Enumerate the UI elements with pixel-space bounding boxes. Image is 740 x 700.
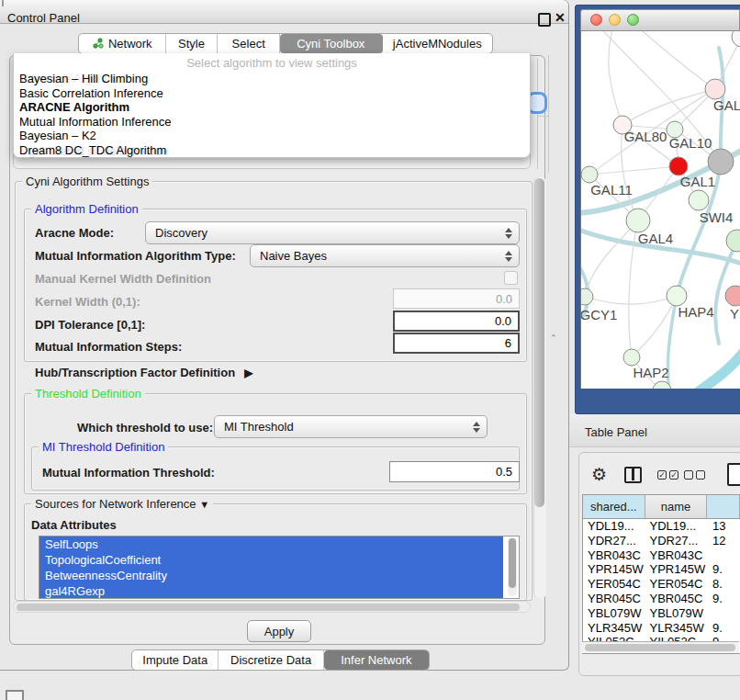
node-attribute-table[interactable]: shared...name YDL19... YDL19... 13 YDR27… [582,494,740,654]
tab-label: Cyni Toolbox [297,37,364,51]
algorithm-option-mutual-information-inference[interactable]: Mutual Information Inference [14,115,530,130]
settings-vertical-scrollbar-thumb[interactable] [534,178,544,507]
dpi-tolerance-label: DPI Tolerance [0,1]: [35,318,145,332]
table-column-header[interactable]: shared... [583,495,645,518]
data-attribute-item[interactable]: TopologicalCoefficient [39,552,503,568]
algorithm-option-basic-correlation-inference[interactable]: Basic Correlation Inference [14,86,530,101]
table-row[interactable]: YBR043C YBR043C [583,548,740,563]
which-threshold-combobox[interactable]: MI Threshold [214,415,488,438]
network-node-hap2[interactable] [623,349,640,366]
network-node-gal11[interactable] [581,166,598,183]
checked-checkbox-icon[interactable]: ✓ [657,470,667,480]
gear-icon[interactable]: ⚙ [591,464,607,484]
table-row[interactable]: YPR145W YPR145W 9. [583,562,740,577]
mi-steps-field[interactable]: 6 [393,333,520,354]
mi-steps-label: Mutual Information Steps: [35,340,182,354]
table-column-header[interactable] [707,495,740,518]
node-label-hap4: HAP4 [678,304,713,320]
table-cell: YBR045C [583,592,645,606]
table-cell: YDR27... [645,534,708,548]
panel-divider-grip[interactable]: ⌃ [550,333,557,343]
network-canvas[interactable]: GALGAL80GAL10GAL1GAL11SWI4GAL4GCY1HAP4YH… [580,31,740,389]
tab-select[interactable]: Select [218,34,280,53]
collapse-down-icon[interactable]: ▼ [199,499,209,510]
algorithm-option-dream8-dc-tdc-algorithm[interactable]: Dream8 DC_TDC Algorithm [14,143,530,158]
manual-kernel-checkbox[interactable] [504,271,518,285]
table-row[interactable]: YBR045C YBR045C 9. [583,592,740,606]
which-threshold-label: Which threshold to use: [77,421,213,435]
network-node-swi4[interactable] [689,190,709,210]
aracne-mode-combobox[interactable]: Discovery [145,221,520,244]
network-node-gcy1[interactable] [581,288,593,305]
data-attribute-item[interactable]: gal4RGexp [39,583,503,599]
split-columns-icon[interactable] [624,467,642,483]
network-node-gal[interactable] [705,79,725,99]
tab-infer-network[interactable]: Infer Network [324,650,429,670]
dpi-tolerance-field[interactable]: 0.0 [393,310,520,332]
network-window-titlebar[interactable] [580,9,740,31]
table-cell: YBL079W [583,606,645,621]
tab-style[interactable]: Style [166,34,219,53]
checked-checkbox-icon[interactable]: ✓ [669,470,678,480]
zoom-traffic-light[interactable] [627,14,639,26]
background-groupbox-line [537,116,549,117]
algorithm-option-bayesian-hill-climbing[interactable]: Bayesian – Hill Climbing [14,72,530,86]
mi-algorithm-type-combobox[interactable]: Naive Bayes [250,244,520,267]
minimize-traffic-light[interactable] [609,14,621,26]
network-node-gal1[interactable] [669,157,688,175]
network-node-hap4[interactable] [667,286,687,306]
spinner-arrows-icon [470,422,483,433]
network-node[interactable] [726,230,740,252]
table-column-header[interactable]: name [645,495,708,518]
tab-cyni-toolbox[interactable]: Cyni Toolbox [280,34,383,53]
table-cell: 13 [707,519,740,534]
network-node[interactable] [732,31,740,47]
data-attribute-item[interactable]: SelfLoops [39,536,503,552]
table-row[interactable]: YDL19... YDL19... 13 [583,519,740,534]
table-cell: YLR345W [645,621,708,636]
sources-title[interactable]: Sources for Network Inference ▼ [31,497,213,511]
data-attributes-list[interactable]: SelfLoopsTopologicalCoefficientBetweenne… [39,536,520,599]
table-cell: YBR045C [645,592,708,606]
unchecked-checkbox-icon[interactable] [696,470,705,480]
attributes-list-scrollbar-thumb[interactable] [509,538,516,588]
mi-type-label: Mutual Information Algorithm Type: [35,249,236,263]
manual-kernel-label: Manual Kernel Width Definition [35,272,211,286]
settings-horizontal-scrollbar-thumb[interactable] [17,604,520,611]
table-row[interactable]: YLR345W YLR345W 9. [583,621,740,636]
aracne-mode-value: Discovery [146,226,502,240]
tab-jactivemnodules[interactable]: jActiveMNodules [383,34,492,53]
tab-network[interactable]: Network [79,34,166,53]
table-cell: YDL19... [645,519,708,534]
tab-impute-data[interactable]: Impute Data [132,650,219,670]
table-row[interactable]: YBL079W YBL079W [583,606,740,621]
aracne-mode-label: Aracne Mode: [35,226,114,240]
tab-label: Infer Network [341,653,411,667]
close-icon[interactable]: ✕ [555,10,566,25]
table-horizontal-scrollbar-thumb[interactable] [585,644,735,651]
cyni-algorithm-settings-title: Cyni Algorithm Settings [22,175,152,188]
document-icon[interactable] [727,463,740,486]
table-row[interactable]: YER054C YER054C 8. [583,577,740,592]
table-row[interactable]: YDR27... YDR27... 12 [583,534,740,548]
network-node-gal4[interactable] [626,209,650,232]
unchecked-checkbox-icon[interactable] [684,470,693,480]
tab-discretize-data[interactable]: Discretize Data [219,650,323,670]
network-node[interactable] [708,149,734,175]
apply-button[interactable]: Apply [247,620,311,642]
kernel-width-field[interactable]: 0.0 [393,288,520,309]
bottom-tabstrip: Impute Data Discretize Data Infer Networ… [131,649,430,671]
hub-definition-toggle[interactable]: Hub/Transcription Factor Definition▶ [35,366,252,379]
close-traffic-light[interactable] [590,14,602,26]
node-label-gal10: GAL10 [669,135,712,151]
table-cell: YPR145W [583,562,645,577]
expand-right-icon[interactable]: ▶ [244,367,252,379]
algorithm-option-aracne-algorithm[interactable]: ARACNE Algorithm [14,100,530,115]
float-window-icon[interactable] [538,13,551,27]
which-threshold-value: MI Threshold [215,420,470,434]
network-node-y[interactable] [725,286,740,306]
algorithm-option-bayesian-k2[interactable]: Bayesian – K2 [14,129,530,143]
data-attribute-item[interactable]: BetweennessCentrality [39,568,503,583]
mi-threshold-field[interactable]: 0.5 [389,461,520,482]
table-cell: YDL19... [583,519,645,534]
